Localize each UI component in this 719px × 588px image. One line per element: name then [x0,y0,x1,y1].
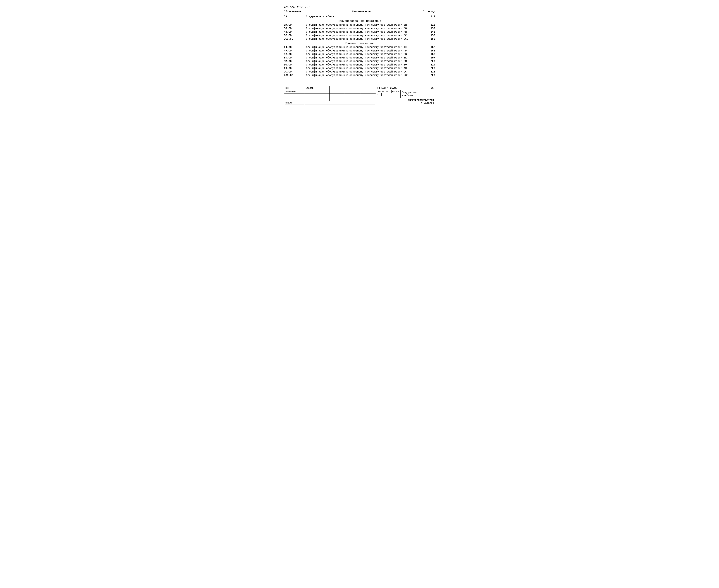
section1-title: Производственные помещения [284,20,435,23]
list-item: ВК.СОСпецификация оборудования к основно… [284,56,435,59]
row-code: СА [284,15,306,18]
row-name: Спецификация оборудования к основному ко… [306,27,417,30]
gip-extra [360,86,376,90]
org-city: г.Саратов [377,102,434,104]
row-code: АП.СО [284,30,306,34]
row-code: 2СС.СО [284,38,306,40]
row-code: СС.СО [284,34,306,37]
listov-label: Листов [391,90,400,93]
section2-title: Бытовые помещения [284,42,435,45]
row-code: ВК.СО [284,56,306,59]
gip-sign [345,86,360,90]
row-name: Спецификация оборудования к основному ко… [306,38,417,40]
list-item: 2СС.СОСпецификация оборудования к основн… [284,74,435,77]
row-page: 220 [417,67,435,70]
section2-rows: ТХ.СОСпецификация оборудования к основно… [284,46,435,77]
stamp-org: ГИПРОПРОМСЕЛЬСТРОЙ г.Саратов [376,98,435,105]
stadia-values: Р [376,93,400,96]
row4-col2 [305,98,329,101]
row-page: 197 [417,56,435,59]
doc-code: СА [429,86,435,90]
row-name: Спецификация оборудования к основному ко… [306,49,417,52]
row-name: Спецификация оборудования к основному ко… [306,53,417,56]
title-line: Альбом VII ч.2 [284,5,435,9]
header-stranitsy: Страницы [417,10,435,13]
stadia-labels: Стадия Лист Листов [376,90,400,93]
row-code: ТХ.СО [284,46,306,49]
list-item: СА Содержание альбома 111 [284,15,435,18]
privyazan-label: ПРИВЯЗАН [284,90,305,94]
list-item: ЭО.СОСпецификация оборудования к основно… [284,63,435,66]
row-name: Спецификация оборудования к основному ко… [306,60,417,63]
list-item: ТХ.СОСпецификация оборудования к основно… [284,46,435,49]
row-page: 226 [417,70,435,73]
row-page: 166 [417,49,435,52]
row-code: ЭМ.СО [284,60,306,63]
row-page: 112 [417,23,435,26]
row3-col4 [345,94,360,98]
list-item: 2СС.СОСпецификация оборудования к основн… [284,38,435,40]
list-item: АР.СОСпецификация оборудования к основно… [284,49,435,52]
row-name: Спецификация оборудования к основному ко… [306,74,417,77]
row-page: 168 [417,53,435,56]
row-name: Спецификация оборудования к основному ко… [306,34,417,37]
privyazan-sign [345,90,360,94]
list-item: СС.СОСпецификация оборудования к основно… [284,34,435,37]
content-line2: альбома [402,94,434,97]
row-page: 111 [417,15,435,18]
list-label: Лист [385,90,391,93]
row-page: 146 [417,30,435,34]
stadia-block: Стадия Лист Листов Р [376,90,400,98]
album-title: Альбом VII ч.2 [284,5,310,9]
header-naimenovanie: Наименование [306,10,417,13]
list-value [382,93,387,96]
stamp-doc-number-row: ТП 503-Ч-55.88 СА [376,86,435,90]
row-name: Спецификация оборудования к основному ко… [306,67,417,70]
list-item: СС.СОСпецификация оборудования к основно… [284,70,435,73]
row4-col4 [345,98,360,101]
row-code: ОВ.СО [284,53,306,56]
stadia-value: Р [376,93,382,96]
row3-col1 [284,94,305,98]
row-code: ЭМ.СО [284,23,306,26]
stamp-left: ГИП Евелев ПРИВЯЗАН [284,86,376,105]
row-page: 214 [417,63,435,66]
content-line1: Содержание [402,91,434,94]
row-page: 132 [417,27,435,30]
row-name: Спецификация оборудования к основному ко… [306,30,417,34]
gip-date [329,86,345,90]
title-dashes [312,9,435,9]
row3-col5 [360,94,376,98]
list-item: ЭО.СОСпецификация оборудования к основно… [284,27,435,30]
row-code: АР.СО [284,49,306,52]
row-page: 229 [417,74,435,77]
row-page: 209 [417,60,435,63]
row-code: ЭО.СО [284,27,306,30]
row-name: Спецификация оборудования к основному ко… [306,23,417,26]
list-item: ЭМ.СОСпецификация оборудования к основно… [284,60,435,63]
privyazan-name [305,90,329,94]
section1-rows: ЭМ.СОСпецификация оборудования к основно… [284,23,435,40]
stamp-right: ТП 503-Ч-55.88 СА Стадия Лист Листов Р С… [376,86,435,105]
row-page: 162 [417,46,435,49]
inv-value [305,101,376,105]
row3-col2 [305,94,329,98]
doc-number: ТП 503-Ч-55.88 [376,86,429,90]
row4-col5 [360,98,376,101]
row-name: Спецификация оборудования к основному ко… [306,63,417,66]
gip-name: Евелев [305,86,329,90]
stamp-content-block: Содержание альбома [400,90,435,98]
row-code: 2СС.СО [284,74,306,77]
row-name: Содержание альбома [306,15,417,18]
table-header: Обозначение Наименование Страницы [284,10,435,14]
stadia-label: Стадия [376,90,385,93]
inv-label: ИНВ.№ [284,101,305,105]
header-oboznachenie: Обозначение [284,10,306,13]
row-code: ЭО.СО [284,63,306,66]
list-item: АП.СОСпецификация оборудования к основно… [284,67,435,70]
row-page: 156 [417,34,435,37]
stamp-mid: Стадия Лист Листов Р Содержание альбома [376,90,435,98]
list-item: ЭМ.СОСпецификация оборудования к основно… [284,23,435,26]
row-page: 159 [417,38,435,40]
listov-value [387,93,393,96]
